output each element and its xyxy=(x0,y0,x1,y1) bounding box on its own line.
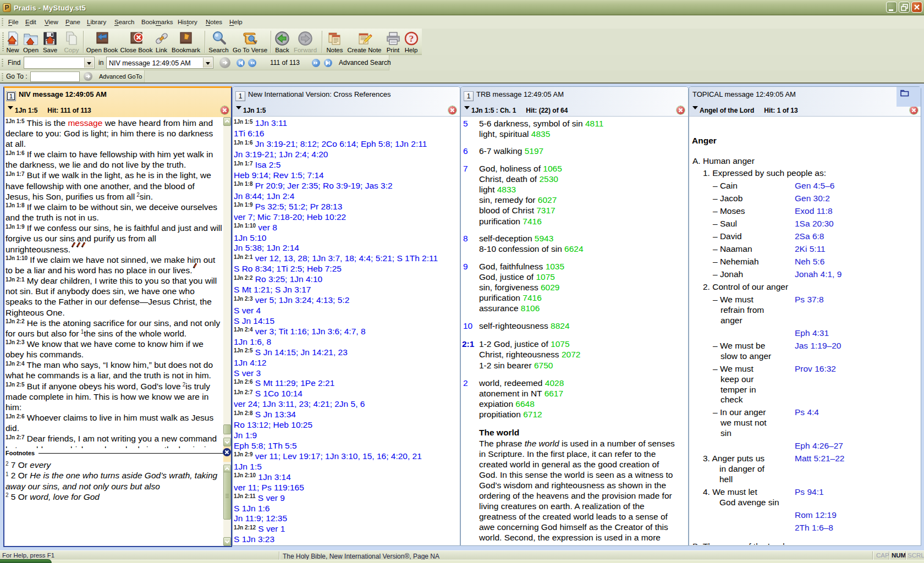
svg-text:?: ? xyxy=(409,34,414,44)
